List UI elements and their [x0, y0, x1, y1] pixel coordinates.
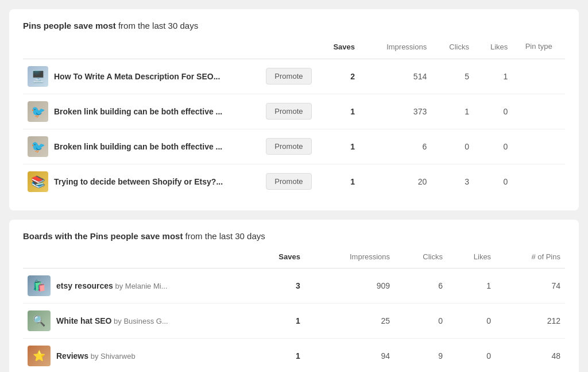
board-impressions: 94 — [305, 338, 394, 372]
col-likes-header: Likes — [474, 40, 512, 59]
promote-cell: Promote — [261, 164, 316, 199]
board-saves: 3 — [261, 268, 305, 303]
board-num_pins: 48 — [496, 338, 565, 372]
pin-saves: 1 — [316, 164, 360, 199]
pin-pin_type — [512, 59, 565, 94]
top-section: Pins people save most from the last 30 d… — [9, 9, 579, 210]
board-thumbnail: ⭐ — [28, 346, 51, 366]
bottom-title-bold: Boards with the Pins people save most — [23, 231, 183, 241]
pin-impressions: 6 — [359, 129, 431, 164]
pins-table-body: 🖥️How To Write A Meta Description For SE… — [23, 59, 565, 199]
board-by: by Melanie Mi... — [113, 282, 168, 290]
boards-table: Saves Impressions Clicks Likes # of Pins… — [23, 250, 565, 372]
board-clicks: 6 — [394, 268, 447, 303]
pin-impressions: 373 — [359, 94, 431, 129]
table-row: 🔍White hat SEO by Business G...12500212 — [23, 303, 565, 338]
pin-title: How To Write A Meta Description For SEO.… — [54, 72, 220, 81]
board-col-likes-header: Likes — [447, 250, 496, 269]
pin-saves: 2 — [316, 59, 360, 94]
board-thumbnail: 🔍 — [28, 310, 51, 331]
pin-title: Broken link building can be both effecti… — [54, 142, 222, 151]
promote-cell: Promote — [261, 129, 316, 164]
board-col-saves-header: Saves — [261, 250, 305, 269]
pin-clicks: 3 — [431, 164, 474, 199]
pin-likes: 0 — [474, 129, 512, 164]
boards-table-header: Saves Impressions Clicks Likes # of Pins — [23, 250, 565, 269]
board-num_pins: 212 — [496, 303, 565, 338]
table-row: 🐦Broken link building can be both effect… — [23, 94, 565, 129]
pin-title: Trying to decide between Shopify or Etsy… — [54, 177, 223, 186]
top-section-title: Pins people save most from the last 30 d… — [23, 21, 565, 30]
top-title-rest: from the last 30 days — [116, 21, 198, 30]
pin-saves: 1 — [316, 129, 360, 164]
table-row: 🖥️How To Write A Meta Description For SE… — [23, 59, 565, 94]
pin-title: Broken link building can be both effecti… — [54, 107, 222, 116]
board-num_pins: 74 — [496, 268, 565, 303]
bottom-section-title: Boards with the Pins people save most fr… — [23, 231, 565, 241]
bottom-section: Boards with the Pins people save most fr… — [9, 220, 579, 372]
pin-impressions: 20 — [359, 164, 431, 199]
pin-item-cell: 🐦Broken link building can be both effect… — [23, 94, 261, 129]
pin-item-cell: 🐦Broken link building can be both effect… — [23, 129, 261, 164]
promote-cell: Promote — [261, 59, 316, 94]
board-name-wrapper: etsy resources by Melanie Mi... — [56, 281, 168, 290]
pin-clicks: 5 — [431, 59, 474, 94]
pin-clicks: 1 — [431, 94, 474, 129]
board-name: White hat SEO — [56, 316, 111, 325]
board-by: by Shivarweb — [88, 352, 136, 361]
board-saves: 1 — [261, 338, 305, 372]
promote-button[interactable]: Promote — [266, 68, 311, 85]
table-row: 📚Trying to decide between Shopify or Ets… — [23, 164, 565, 199]
board-col-item — [23, 250, 261, 269]
pin-pin_type — [512, 129, 565, 164]
table-row: 🐦Broken link building can be both effect… — [23, 129, 565, 164]
pin-item-cell: 🖥️How To Write A Meta Description For SE… — [23, 59, 261, 94]
col-saves-header: Saves — [316, 40, 360, 59]
promote-cell: Promote — [261, 94, 316, 129]
board-col-clicks-header: Clicks — [394, 250, 447, 269]
boards-table-body: 🛍️etsy resources by Melanie Mi...3909617… — [23, 268, 565, 372]
board-item-cell: 🛍️etsy resources by Melanie Mi... — [23, 268, 261, 303]
board-clicks: 9 — [394, 338, 447, 372]
promote-button[interactable]: Promote — [266, 138, 311, 155]
col-impressions-header: Impressions — [359, 40, 431, 59]
board-impressions: 909 — [305, 268, 394, 303]
top-title-bold: Pins people save most — [23, 21, 116, 30]
pin-likes: 1 — [474, 59, 512, 94]
board-name-wrapper: Reviews by Shivarweb — [56, 351, 136, 361]
board-name: etsy resources — [56, 281, 113, 290]
board-thumbnail: 🛍️ — [28, 275, 51, 296]
pin-impressions: 514 — [359, 59, 431, 94]
board-saves: 1 — [261, 303, 305, 338]
board-name: Reviews — [56, 351, 88, 361]
col-promote-header — [261, 40, 316, 59]
pin-thumbnail: 🐦 — [28, 101, 48, 122]
board-item-cell: ⭐Reviews by Shivarweb — [23, 338, 261, 372]
board-likes: 1 — [447, 268, 496, 303]
pin-thumbnail: 🖥️ — [28, 66, 48, 87]
board-col-impressions-header: Impressions — [305, 250, 394, 269]
pin-likes: 0 — [474, 164, 512, 199]
pins-table: Saves Impressions Clicks Likes Pin type … — [23, 40, 565, 199]
board-likes: 0 — [447, 303, 496, 338]
pin-thumbnail: 📚 — [28, 171, 48, 192]
board-likes: 0 — [447, 338, 496, 372]
table-row: 🛍️etsy resources by Melanie Mi...3909617… — [23, 268, 565, 303]
col-pin-type-header: Pin type — [512, 40, 565, 59]
promote-button[interactable]: Promote — [266, 173, 311, 190]
board-name-wrapper: White hat SEO by Business G... — [56, 316, 168, 325]
table-row: ⭐Reviews by Shivarweb1949048 — [23, 338, 565, 372]
col-item — [23, 40, 261, 59]
pin-saves: 1 — [316, 94, 360, 129]
pin-thumbnail: 🐦 — [28, 136, 48, 157]
pin-item-cell: 📚Trying to decide between Shopify or Ets… — [23, 164, 261, 199]
pin-pin_type — [512, 94, 565, 129]
promote-button[interactable]: Promote — [266, 103, 311, 120]
board-impressions: 25 — [305, 303, 394, 338]
pin-pin_type — [512, 164, 565, 199]
board-item-cell: 🔍White hat SEO by Business G... — [23, 303, 261, 338]
pin-clicks: 0 — [431, 129, 474, 164]
col-clicks-header: Clicks — [431, 40, 474, 59]
pins-table-header: Saves Impressions Clicks Likes Pin type — [23, 40, 565, 59]
board-clicks: 0 — [394, 303, 447, 338]
